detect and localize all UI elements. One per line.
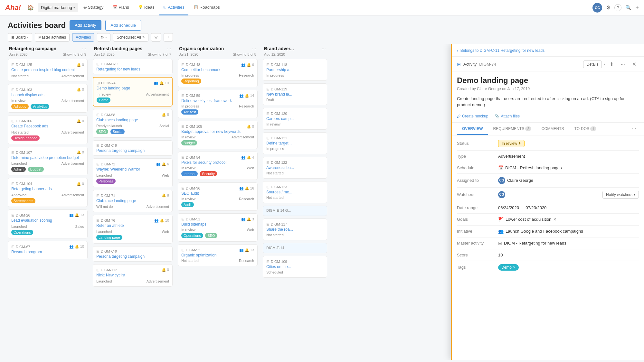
- card-digm-120[interactable]: ⊞ DIGM-120 Careers camp... In review: [263, 108, 327, 130]
- status-badge[interactable]: In review ⬇: [498, 140, 525, 147]
- search-icon[interactable]: 🔍: [625, 5, 631, 11]
- card-digm-103[interactable]: ⊞ DIGM-103 🔔 0 Launch display ads In rev…: [8, 84, 88, 113]
- card-digm-96[interactable]: ⊞ DIGM-96 👥 🔔 16 SEO audit In reviewRese…: [178, 182, 258, 211]
- board-view-btn[interactable]: ⊞ Board ▾: [8, 33, 32, 42]
- card-digm-c9[interactable]: ⊞ DIGM-C-9 Persona targeting campaign: [93, 140, 173, 156]
- help-icon[interactable]: ?: [614, 4, 621, 11]
- detail-created: Created by Claire George on Jan 17, 2019: [452, 87, 644, 94]
- card-digm-48[interactable]: ⊞ DIGM-48 👥 🔔 6 Competitor benchmark In …: [178, 59, 258, 87]
- nav-right: CG ⚙ ? 🔍 +: [592, 3, 639, 13]
- schedules-btn[interactable]: Schedules: All ⇅: [113, 33, 148, 42]
- add-schedule-button[interactable]: Add schedule: [105, 20, 142, 31]
- home-icon[interactable]: 🏠: [25, 3, 36, 13]
- card-digm-74[interactable]: ⊞ DIGM-74 👥 🔔 10 Demo landing page In re…: [93, 77, 173, 107]
- tag-demo-remove-icon[interactable]: ✕: [513, 265, 516, 269]
- goal-remove-icon[interactable]: ✕: [553, 217, 556, 222]
- attach-files-btn[interactable]: 📎 Attach files: [495, 114, 520, 118]
- nav-item-roadmaps[interactable]: 📋 Roadmaps: [190, 0, 224, 15]
- card-id: ⊞ DIGM-112: [96, 268, 117, 272]
- more-options-btn[interactable]: ···: [618, 60, 628, 69]
- card-digm-106[interactable]: ⊞ DIGM-106 🔔 0 Create Facebook ads Not s…: [8, 115, 88, 144]
- card-digm-c9b[interactable]: ⊞ DIGM-C-9 Persona targeting campaign: [93, 246, 173, 262]
- card-digm-112[interactable]: ⊞ DIGM-112 🔔 0 Nick: New cyclist Launche…: [93, 264, 173, 287]
- plans-icon: 📅: [112, 5, 117, 9]
- card-digm-122[interactable]: ⊞ DIGM-122 Awareness ba... Not started: [263, 157, 327, 179]
- card-digm-118[interactable]: ⊞ DIGM-118 Partnership a... In progress: [263, 59, 327, 81]
- card-digm-52[interactable]: ⊞ DIGM-52 👥 🔔 13 Organic optimization No…: [178, 244, 258, 266]
- card-digm-125[interactable]: ⊞ DIGM-125 🔔 0 Create persona-inspired b…: [8, 59, 88, 81]
- card-digm-117[interactable]: ⊞ DIGM-117 Share the roa... Not started: [263, 218, 327, 240]
- card-type: Web: [162, 230, 169, 234]
- back-arrow-icon: ‹: [457, 48, 459, 53]
- card-digm-105[interactable]: ⊞ DIGM-105 🔔 0 Budget approval for new k…: [178, 121, 258, 149]
- card-digm-109[interactable]: ⊞ DIGM-109 Cities on the... Scheduled: [263, 256, 327, 278]
- logo[interactable]: Aha!: [5, 4, 21, 12]
- tab-todos[interactable]: TO-DOS 1: [569, 123, 601, 135]
- nav-item-ideas[interactable]: 💡 Ideas: [134, 0, 158, 15]
- gear-chevron-icon: ▾: [105, 36, 107, 39]
- nav-avatar[interactable]: CG: [592, 3, 602, 13]
- card-digm-e14b[interactable]: DIGM-E-14: [263, 243, 327, 253]
- tag-operations: Operations: [11, 230, 33, 235]
- card-digm-e14[interactable]: DIGM-E-14 G...: [263, 206, 327, 216]
- column-3-more-icon[interactable]: ···: [252, 46, 256, 52]
- tab-requirements[interactable]: REQUIREMENTS 2: [488, 123, 536, 135]
- add-activity-button[interactable]: Add activity: [70, 20, 101, 30]
- tab-more-btn[interactable]: ···: [630, 123, 639, 135]
- card-digm-26[interactable]: ⊞ DIGM-26 👥 🔔 13 Lead evaluation scoring…: [8, 209, 88, 238]
- share-btn[interactable]: ⬆: [607, 60, 616, 69]
- column-1-more-icon[interactable]: ···: [82, 46, 86, 52]
- card-id: ⊞ DIGM-58: [96, 113, 115, 117]
- settings-icon[interactable]: ⚙: [606, 5, 611, 11]
- top-nav: Aha! 🏠 Digital marketing ▾ ◎ Strategy 📅 …: [0, 0, 644, 15]
- card-id: ⊞ DIGM-76: [96, 218, 115, 223]
- detail-back-breadcrumb[interactable]: ‹ Belongs to DIGM-C-11 Retargeting for n…: [452, 44, 644, 57]
- field-schedule-label: Schedule: [457, 165, 496, 170]
- card-digm-107[interactable]: ⊞ DIGM-107 🔔 0 Determine paid video prom…: [8, 147, 88, 176]
- column-4-more-icon[interactable]: ···: [322, 46, 326, 52]
- card-digm-121[interactable]: ⊞ DIGM-121 Define target... In progress: [263, 132, 327, 154]
- add-column-btn[interactable]: +: [164, 33, 173, 42]
- watcher-avatar: CG: [498, 191, 505, 198]
- field-type-value: Advertisement: [498, 154, 525, 159]
- notify-watchers-btn[interactable]: Notify watchers ▾: [602, 191, 639, 199]
- card-digm-54[interactable]: ⊞ DIGM-54 👥 🔔 4 Pixels for security prot…: [178, 152, 258, 180]
- create-mockup-btn[interactable]: 🖊 Create mockup: [457, 114, 488, 118]
- nav-item-plans[interactable]: 📅 Plans: [109, 0, 133, 15]
- tag-personas: Personas: [96, 179, 116, 184]
- card-digm-67[interactable]: ⊞ DIGM-67 👥 🔔 10 Rewards program: [8, 241, 88, 260]
- card-digm-104[interactable]: ⊞ DIGM-104 🔔 0 Retargeting banner ads Ap…: [8, 178, 88, 207]
- master-activities-btn[interactable]: Master activities: [35, 33, 70, 42]
- board-chevron-icon: ▾: [27, 36, 29, 39]
- tab-comments[interactable]: COMMENTS: [536, 123, 569, 135]
- card-digm-71[interactable]: ⊞ DIGM-71 🔔 8 Club race landing page Wil…: [93, 190, 173, 212]
- tag-demo-pill[interactable]: Demo ✕: [498, 264, 519, 271]
- settings-gear-btn[interactable]: ⚙ ▾: [97, 33, 110, 42]
- tab-overview[interactable]: OVERVIEW: [457, 123, 488, 135]
- close-btn[interactable]: ✕: [630, 60, 639, 69]
- workspace-dropdown[interactable]: Digital marketing ▾: [38, 3, 78, 12]
- details-btn[interactable]: Details: [583, 60, 602, 68]
- card-title: Persona targeting campaign: [96, 148, 169, 153]
- card-digm-119[interactable]: ⊞ DIGM-119 New brand la... Draft: [263, 83, 327, 105]
- nav-item-activities[interactable]: ⊞ Activities: [159, 0, 188, 15]
- card-digm-58[interactable]: ⊞ DIGM-58 🔔 8 Club races landing page Re…: [93, 109, 173, 138]
- filter-btn[interactable]: ▽: [151, 33, 161, 42]
- activities-filter-btn[interactable]: Activities: [72, 33, 94, 42]
- page-title: Activities board: [8, 21, 66, 30]
- card-digm-123[interactable]: ⊞ DIGM-123 Sources / me... Not started: [263, 181, 327, 203]
- column-4-header: Brand adver... ··· Aug 12, 2020: [263, 44, 327, 59]
- card-digm-72[interactable]: ⊞ DIGM-72 👥 🔔 6 Wayne: Weekend Warrior L…: [93, 158, 173, 187]
- card-digm-c11[interactable]: ⊞ DIGM-C-11 Retargeting for new leads: [93, 59, 173, 74]
- card-type: Advertisement: [146, 92, 169, 96]
- add-icon[interactable]: +: [635, 4, 639, 11]
- card-digm-76[interactable]: ⊞ DIGM-76 👥 🔔 10 Refer an athlete Launch…: [93, 215, 173, 244]
- column-3-date: Jul 21, 2020: [179, 52, 198, 56]
- column-3-header: Organic optimization ··· Jul 21, 2020 Sh…: [178, 44, 258, 59]
- back-label: Belongs to DIGM-C-11 Retargeting for new…: [460, 48, 545, 53]
- column-2-more-icon[interactable]: ···: [167, 46, 171, 52]
- card-digm-59[interactable]: ⊞ DIGM-59 👥 🔔 14 Define weekly test fram…: [178, 90, 258, 118]
- card-digm-51[interactable]: ⊞ DIGM-51 👥 🔔 3 Build sitemaps In review…: [178, 213, 258, 242]
- nav-item-strategy[interactable]: ◎ Strategy: [80, 0, 107, 15]
- card-status: Ready to launch: [96, 124, 122, 128]
